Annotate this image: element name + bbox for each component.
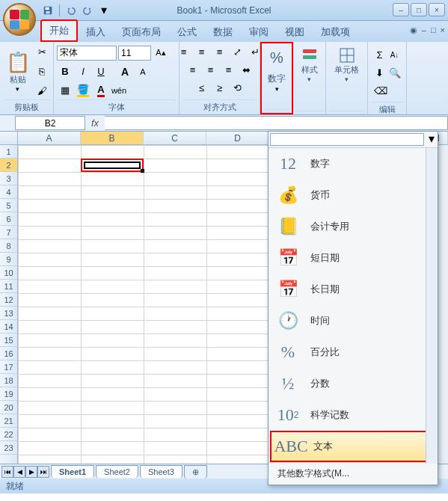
tab-home[interactable]: 开始 bbox=[40, 19, 78, 42]
align-center[interactable]: ≡ bbox=[203, 61, 219, 78]
row-header-18[interactable]: 18 bbox=[0, 374, 17, 387]
row-header-9[interactable]: 9 bbox=[0, 253, 17, 266]
format-option-currency[interactable]: 💰货币 bbox=[269, 179, 438, 211]
row-header-23[interactable]: 23 bbox=[0, 441, 17, 455]
doc-close[interactable]: × bbox=[441, 25, 445, 35]
italic-button[interactable]: I bbox=[75, 64, 91, 80]
fill-handle[interactable] bbox=[141, 169, 144, 173]
autosum[interactable]: Σ bbox=[372, 46, 387, 63]
office-button[interactable] bbox=[3, 3, 36, 36]
format-option-shortdate[interactable]: 📅短日期 bbox=[269, 242, 438, 274]
fx-icon[interactable]: fx bbox=[85, 117, 105, 129]
close-button[interactable]: × bbox=[429, 3, 445, 16]
format-painter[interactable]: 🖌 bbox=[34, 83, 50, 99]
row-header-19[interactable]: 19 bbox=[0, 387, 17, 401]
row-header-5[interactable]: 5 bbox=[0, 199, 17, 212]
underline-button[interactable]: U bbox=[93, 64, 109, 80]
number-format-button[interactable]: % 数字 ▾ bbox=[265, 45, 289, 93]
format-option-fraction[interactable]: ½分数 bbox=[269, 368, 438, 399]
row-header-11[interactable]: 11 bbox=[0, 280, 17, 293]
increase-indent[interactable]: ≥ bbox=[212, 79, 228, 96]
format-option-time[interactable]: 🕐时间 bbox=[269, 305, 438, 336]
align-top[interactable]: ≡ bbox=[176, 43, 192, 60]
format-option-longdate[interactable]: 📅长日期 bbox=[269, 274, 438, 305]
qat-save[interactable] bbox=[40, 3, 55, 18]
select-all-corner[interactable] bbox=[0, 132, 18, 144]
fill-color[interactable]: 🪣 bbox=[75, 82, 91, 99]
tab-insert[interactable]: 插入 bbox=[78, 22, 114, 42]
font-color[interactable]: A bbox=[93, 82, 109, 99]
doc-minimize[interactable]: – bbox=[422, 25, 426, 35]
format-option-12[interactable]: 12数字 bbox=[269, 148, 438, 179]
col-header-d[interactable]: D bbox=[206, 132, 269, 144]
tab-view[interactable]: 视图 bbox=[277, 22, 313, 42]
align-middle[interactable]: ≡ bbox=[194, 43, 210, 60]
copy-button[interactable]: ⎘ bbox=[34, 64, 50, 80]
tab-review[interactable]: 审阅 bbox=[241, 22, 277, 42]
maximize-button[interactable]: □ bbox=[411, 3, 427, 16]
align-left[interactable]: ≡ bbox=[185, 61, 201, 78]
row-header-7[interactable]: 7 bbox=[0, 226, 17, 239]
row-header-12[interactable]: 12 bbox=[0, 293, 17, 307]
rotate-text[interactable]: ⟲ bbox=[230, 79, 246, 96]
formula-bar[interactable] bbox=[105, 116, 448, 130]
row-header-4[interactable]: 4 bbox=[0, 185, 17, 199]
tab-addins[interactable]: 加载项 bbox=[313, 22, 358, 42]
format-option-percent[interactable]: %百分比 bbox=[269, 336, 438, 368]
row-header-15[interactable]: 15 bbox=[0, 334, 17, 347]
format-option-sci[interactable]: 102科学记数 bbox=[269, 399, 438, 431]
sheet-tab-2[interactable]: Sheet2 bbox=[96, 465, 138, 478]
col-header-b[interactable]: B bbox=[81, 132, 144, 144]
row-header-10[interactable]: 10 bbox=[0, 266, 17, 280]
merge-cells[interactable]: ⬌ bbox=[239, 61, 255, 78]
bold-button[interactable]: B bbox=[57, 64, 73, 80]
row-header-20[interactable]: 20 bbox=[0, 401, 17, 414]
row-header-14[interactable]: 14 bbox=[0, 320, 17, 334]
col-header-c[interactable]: C bbox=[144, 132, 206, 144]
phonetic-button[interactable]: wén bbox=[111, 82, 127, 99]
cut-button[interactable]: ✂ bbox=[34, 44, 50, 61]
format-option-text[interactable]: ABC文本 bbox=[270, 431, 436, 462]
tab-data[interactable]: 数据 bbox=[205, 22, 241, 42]
doc-restore[interactable]: □ bbox=[431, 25, 436, 35]
border-button[interactable]: ▦ bbox=[57, 82, 73, 99]
row-header-17[interactable]: 17 bbox=[0, 360, 17, 374]
row-header-21[interactable]: 21 bbox=[0, 414, 17, 428]
increase-font[interactable]: A▴ bbox=[153, 45, 169, 61]
dropdown-header-box[interactable] bbox=[270, 133, 424, 146]
sheet-nav-next[interactable]: ▶ bbox=[25, 466, 37, 478]
more-formats[interactable]: 其他数字格式(M... bbox=[269, 462, 438, 485]
format-option-accounting[interactable]: 📒会计专用 bbox=[269, 211, 438, 242]
row-header-3[interactable]: 3 bbox=[0, 172, 17, 185]
row-header-8[interactable]: 8 bbox=[0, 239, 17, 253]
clear-button[interactable]: ⌫ bbox=[372, 82, 389, 99]
sheet-tab-1[interactable]: Sheet1 bbox=[51, 465, 94, 478]
row-header-2[interactable]: 2 bbox=[0, 159, 17, 172]
new-sheet[interactable]: ⊕ bbox=[184, 465, 207, 479]
row-header-16[interactable]: 16 bbox=[0, 347, 17, 360]
col-header-a[interactable]: A bbox=[18, 132, 81, 144]
styles-button[interactable]: 样式 ▾ bbox=[296, 43, 322, 83]
row-header-22[interactable]: 22 bbox=[0, 428, 17, 441]
qat-undo[interactable] bbox=[64, 3, 79, 18]
shrink-font[interactable]: A bbox=[135, 64, 151, 80]
row-header-6[interactable]: 6 bbox=[0, 212, 17, 226]
qat-redo[interactable] bbox=[80, 3, 95, 18]
name-box[interactable] bbox=[15, 116, 85, 130]
font-name-select[interactable] bbox=[57, 46, 117, 61]
qat-customize[interactable]: ▾ bbox=[96, 3, 111, 18]
row-header-1[interactable]: 1 bbox=[0, 145, 17, 159]
sheet-tab-3[interactable]: Sheet3 bbox=[140, 465, 182, 478]
help-icon[interactable]: ◉ bbox=[410, 25, 417, 35]
find-button[interactable]: 🔍 bbox=[387, 64, 402, 81]
align-right[interactable]: ≡ bbox=[221, 61, 237, 78]
sheet-nav-first[interactable]: ⏮ bbox=[1, 466, 13, 478]
align-bottom[interactable]: ≡ bbox=[212, 43, 228, 60]
dropdown-scrollbar[interactable] bbox=[426, 148, 438, 464]
fill-button[interactable]: ⬇ bbox=[372, 64, 387, 81]
chevron-down-icon[interactable]: ▾ bbox=[426, 132, 438, 147]
sheet-nav-last[interactable]: ⏭ bbox=[37, 466, 49, 478]
active-cell[interactable] bbox=[81, 159, 144, 172]
tab-formulas[interactable]: 公式 bbox=[169, 22, 205, 42]
decrease-indent[interactable]: ≤ bbox=[194, 79, 210, 96]
